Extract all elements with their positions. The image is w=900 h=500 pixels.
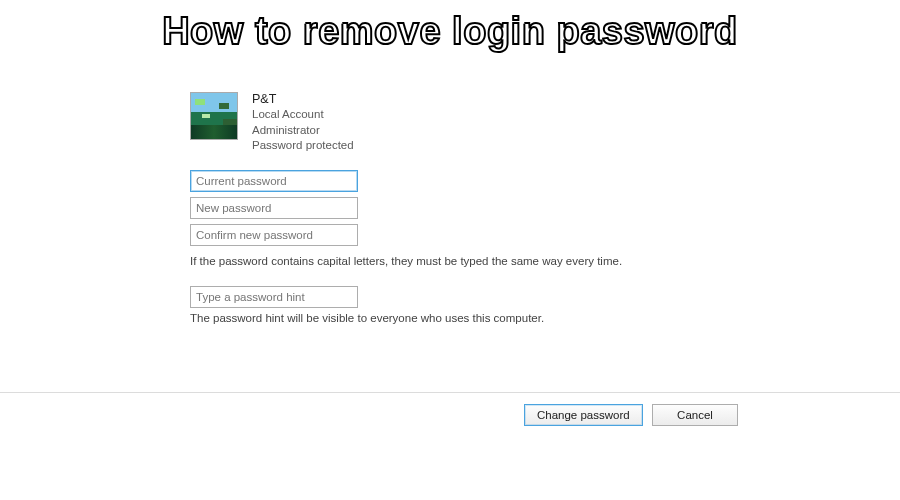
new-password-input[interactable] (190, 197, 358, 219)
change-password-panel: P&T Local Account Administrator Password… (190, 92, 730, 334)
hint-help-text: The password hint will be visible to eve… (190, 312, 730, 324)
account-name: P&T (252, 92, 354, 106)
password-fields: If the password contains capital letters… (190, 170, 730, 334)
overlay-headline: How to remove login password (162, 10, 738, 53)
account-status: Password protected (252, 138, 354, 154)
password-hint-input[interactable] (190, 286, 358, 308)
avatar (190, 92, 238, 140)
confirm-password-input[interactable] (190, 224, 358, 246)
account-type: Local Account (252, 107, 354, 123)
dialog-footer: Change password Cancel (0, 392, 900, 426)
caps-help-text: If the password contains capital letters… (190, 255, 730, 267)
cancel-button[interactable]: Cancel (652, 404, 738, 426)
change-password-button[interactable]: Change password (524, 404, 643, 426)
account-meta: P&T Local Account Administrator Password… (252, 92, 354, 154)
account-role: Administrator (252, 123, 354, 139)
current-password-input[interactable] (190, 170, 358, 192)
account-info-row: P&T Local Account Administrator Password… (190, 92, 730, 154)
